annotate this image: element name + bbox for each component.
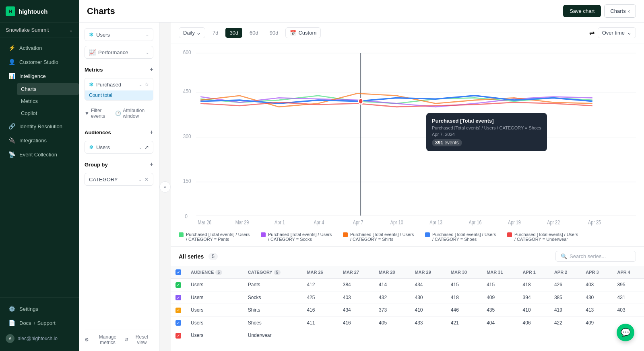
- audience-icon: ❄: [89, 144, 94, 150]
- manage-metrics-icon: ⚙: [85, 337, 89, 343]
- row-val-3-2: 405: [374, 316, 410, 329]
- svg-text:Apr 4: Apr 4: [314, 220, 324, 226]
- add-group-by-button[interactable]: +: [150, 161, 153, 168]
- all-series-label: All series: [179, 253, 204, 260]
- row-val-2-1: 434: [338, 304, 374, 317]
- entity-selector[interactable]: ❄ Users ⌄: [85, 28, 153, 41]
- entity-selector-label: Users: [96, 32, 110, 38]
- legend-color-socks: [261, 232, 266, 237]
- legend-color-shirts: [343, 232, 348, 237]
- legend-item-underwear[interactable]: Purchased [Total events] / Users / CATEG…: [507, 232, 580, 242]
- group-by-section-header: Group by +: [85, 161, 153, 168]
- legend-item-socks[interactable]: Purchased [Total events] / Users / CATEG…: [261, 232, 333, 242]
- row-check-3[interactable]: ✓: [171, 316, 186, 329]
- org-chevron-icon: ⌄: [69, 27, 73, 33]
- sidebar-item-intelligence[interactable]: 📊 Intelligence: [2, 69, 76, 83]
- activation-icon: ⚡: [8, 45, 15, 51]
- row-check-2[interactable]: ✓: [171, 304, 186, 317]
- metric-count-row[interactable]: Count total: [85, 90, 153, 100]
- th-apr3: APR 3: [581, 266, 612, 279]
- svg-text:Apr 19: Apr 19: [508, 220, 521, 226]
- data-table-section: All series 5 🔍 Search series... ✓ AUDIEN…: [171, 246, 644, 351]
- row-audience-0: Users: [186, 279, 243, 291]
- sidebar-item-docs-support[interactable]: 📄 Docs + Support: [2, 316, 76, 330]
- sidebar-label-docs: Docs + Support: [19, 320, 56, 326]
- row-val-3-4: 421: [446, 316, 482, 329]
- reset-view-button[interactable]: ↺ Reset view: [124, 334, 153, 345]
- period-30d-button[interactable]: 30d: [225, 28, 242, 38]
- period-60d-button[interactable]: 60d: [246, 28, 262, 38]
- row-val-0-1: 384: [338, 279, 374, 291]
- sidebar-sub-copilot[interactable]: Copilot: [17, 107, 79, 119]
- chat-bubble[interactable]: 💬: [617, 324, 634, 341]
- sidebar-item-customer-studio[interactable]: 👤 Customer Studio: [2, 55, 76, 69]
- add-audience-button[interactable]: +: [150, 129, 153, 136]
- legend-item-shoes[interactable]: Purchased [Total events] / Users / CATEG…: [425, 232, 497, 242]
- performance-selector[interactable]: 📈 Performance ⌄: [85, 46, 153, 59]
- group-by-chevron-icon[interactable]: ⌄: [138, 177, 142, 182]
- filter-events-label: Filter events: [91, 108, 111, 119]
- attribution-window-label: Attribution window: [123, 108, 153, 119]
- period-90d-button[interactable]: 90d: [266, 28, 283, 38]
- row-check-4[interactable]: ✓: [171, 329, 186, 342]
- panel-collapse-button[interactable]: «: [159, 181, 171, 193]
- remove-group-by-button[interactable]: ✕: [144, 176, 149, 183]
- add-metric-button[interactable]: +: [150, 66, 153, 73]
- legend-item-shirts[interactable]: Purchased [Total events] / Users / CATEG…: [343, 232, 415, 242]
- row-val-0-5: 415: [482, 279, 518, 291]
- metric-chevron-icon[interactable]: ⌄: [139, 82, 142, 87]
- metrics-title: Metrics: [85, 67, 103, 73]
- sidebar-item-identity-resolution[interactable]: 🔗 Identity Resolution: [2, 119, 76, 133]
- docs-icon: 📄: [8, 320, 15, 326]
- custom-period-button[interactable]: 📅 Custom: [285, 27, 321, 38]
- table-row: ✓UsersShoes411416405433421404406422409: [171, 316, 644, 329]
- charts-button[interactable]: Charts ‹: [604, 4, 636, 18]
- th-category[interactable]: CATEGORY 5: [243, 266, 302, 279]
- row-val-0-9: 395: [613, 279, 644, 291]
- sidebar-sub-metrics[interactable]: Metrics: [17, 95, 79, 107]
- sidebar-nav: ⚡ Activation 👤 Customer Studio 📊 Intelli…: [0, 37, 79, 297]
- svg-text:Mar 29: Mar 29: [235, 220, 249, 226]
- sidebar-sub-charts[interactable]: Charts: [17, 83, 79, 95]
- table-header: ✓ AUDIENCE 5 CATEGORY 5 MAR 26 MAR 27 MA…: [171, 266, 644, 279]
- period-7d-button[interactable]: 7d: [208, 28, 222, 38]
- row-audience-3: Users: [186, 316, 243, 329]
- sidebar-item-integrations[interactable]: 🔌 Integrations: [2, 133, 76, 147]
- th-audience[interactable]: AUDIENCE 5: [186, 266, 243, 279]
- svg-text:300: 300: [183, 133, 191, 140]
- audience-left: ❄ Users: [89, 144, 110, 150]
- save-chart-button[interactable]: Save chart: [563, 5, 601, 17]
- attribution-window-button[interactable]: 🕐 Attribution window: [115, 108, 153, 119]
- org-selector[interactable]: Snowflake Summit ⌄: [0, 23, 79, 37]
- time-granularity-selector[interactable]: Daily ⌄: [179, 27, 205, 38]
- th-apr4: APR 4: [613, 266, 644, 279]
- legend-item-pants[interactable]: Purchased [Total events] / Users / CATEG…: [179, 232, 251, 242]
- sidebar-label-identity-resolution: Identity Resolution: [19, 123, 62, 129]
- metric-star-icon[interactable]: ☆: [144, 82, 149, 87]
- row-val-2-3: 410: [410, 304, 446, 317]
- legend-label-shoes: Purchased [Total events] / Users / CATEG…: [432, 232, 497, 242]
- row-val-1-6: 394: [518, 291, 549, 304]
- legend-label-pants: Purchased [Total events] / Users / CATEG…: [186, 232, 251, 242]
- row-check-0[interactable]: ✓: [171, 279, 186, 291]
- sidebar-user[interactable]: A alec@hightouch.io: [0, 330, 79, 347]
- chart-toolbar: Daily ⌄ 7d 30d 60d 90d 📅 Custom ⇌ Over t…: [171, 23, 644, 43]
- group-by-left: CATEGORY: [89, 177, 118, 183]
- th-apr1: APR 1: [518, 266, 549, 279]
- search-series[interactable]: 🔍 Search series...: [555, 251, 636, 262]
- audiences-title: Audiences: [85, 129, 111, 135]
- sidebar-item-activation[interactable]: ⚡ Activation: [2, 41, 76, 55]
- sidebar-item-event-collection[interactable]: 📡 Event Collection: [2, 148, 76, 161]
- audience-chevron-icon[interactable]: ⌄: [139, 145, 142, 150]
- th-apr2: APR 2: [549, 266, 581, 279]
- view-type-selector[interactable]: Over time ⌄: [598, 27, 636, 38]
- view-type-label: Over time: [602, 30, 625, 36]
- external-link-icon[interactable]: ↗: [144, 144, 149, 150]
- sidebar-item-settings[interactable]: ⚙️ Settings: [2, 302, 76, 316]
- filter-row: ▼ Filter events 🕐 Attribution window: [85, 105, 153, 121]
- row-val-1-8: 430: [581, 291, 612, 304]
- row-check-1[interactable]: ✓: [171, 291, 186, 304]
- manage-metrics-button[interactable]: ⚙ Manage metrics: [85, 334, 124, 345]
- filter-events-button[interactable]: ▼ Filter events: [85, 108, 111, 119]
- svg-text:Apr 13: Apr 13: [429, 220, 442, 226]
